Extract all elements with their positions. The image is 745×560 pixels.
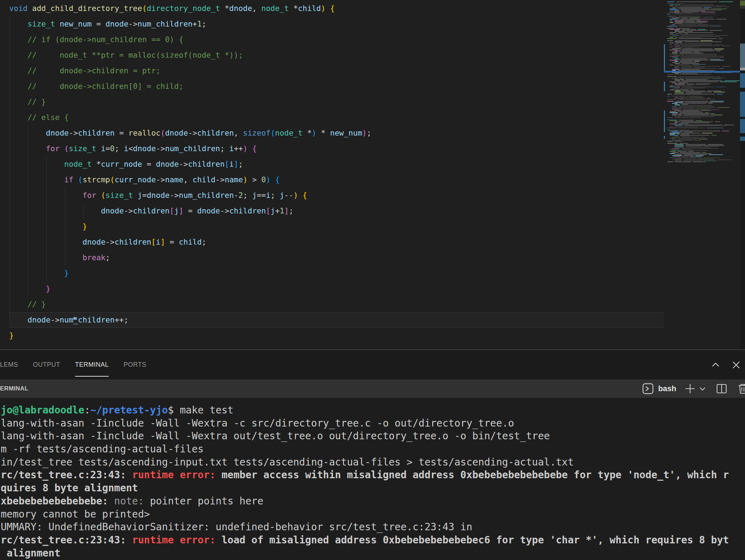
tab-ports[interactable]: PORTS	[116, 350, 154, 379]
code-line[interactable]: // node_t **ptr = malloc(sizeof(node_t *…	[0, 47, 664, 63]
ruler-decoration	[740, 6, 745, 9]
vscode-window: void add_child_directory_tree(directory_…	[0, 0, 745, 560]
code-area[interactable]: void add_child_directory_tree(directory_…	[0, 1, 664, 343]
launch-profile-chevron-icon[interactable]	[699, 385, 706, 392]
minimap-change-bar	[664, 136, 665, 139]
terminal-line: m -rf tests/ascending-actual-files	[1, 443, 745, 456]
code-line[interactable]: // }	[0, 94, 664, 110]
ruler-decoration	[740, 119, 745, 133]
minimap-change-bar	[664, 110, 665, 132]
code-line[interactable]: // else {	[0, 110, 664, 125]
maximize-panel-icon[interactable]	[711, 360, 720, 370]
terminal-panel-title: ERMINAL	[0, 385, 28, 392]
terminal-line: jo@labradoodle:~/pretest-yjo$ make test	[1, 404, 745, 417]
code-line[interactable]: void add_child_directory_tree(directory_…	[0, 1, 664, 16]
ruler-decoration	[740, 68, 745, 70]
code-line[interactable]: size_t new_num = dnode->num_children+1;	[0, 16, 664, 32]
code-line[interactable]: break;	[0, 250, 664, 265]
terminal-icon	[642, 383, 654, 394]
code-line[interactable]: // if (dnode->num_children == 0) {	[0, 32, 664, 47]
close-panel-icon[interactable]	[732, 360, 741, 370]
code-line[interactable]: for (size_t j=dnode->num_children-2; j==…	[0, 188, 664, 203]
terminal-line: lang-with-asan -Iinclude -Wall -Wextra o…	[1, 430, 745, 443]
code-line[interactable]: // dnode->children[0] = child;	[0, 79, 664, 94]
ruler-decoration	[740, 137, 745, 141]
minimap[interactable]	[664, 0, 740, 212]
terminal-line: memory cannot be printed>	[1, 508, 745, 521]
ruler-decoration	[740, 92, 745, 117]
panel-tab-bar: LEMS OUTPUT TERMINAL PORTS	[0, 350, 745, 379]
minimap-current-line	[664, 71, 740, 73]
terminal-title-bar: ERMINAL bash	[0, 379, 745, 398]
code-line[interactable]: dnode->children = realloc(dnode->childre…	[0, 125, 664, 141]
code-line[interactable]: }	[0, 219, 664, 234]
overview-ruler-scrollbar[interactable]	[740, 0, 745, 349]
terminal-line: alignment	[1, 547, 745, 560]
code-line[interactable]: dnode->children[i] = child;	[0, 234, 664, 250]
shell-name-label: bash	[658, 384, 676, 393]
code-editor[interactable]: void add_child_directory_tree(directory_…	[0, 0, 745, 349]
kill-terminal-trash-icon[interactable]	[737, 383, 745, 395]
terminal-output[interactable]: jo@labradoodle:~/pretest-yjo$ make testl…	[0, 398, 745, 560]
code-line[interactable]: }	[0, 265, 664, 281]
tab-terminal[interactable]: TERMINAL	[68, 350, 116, 379]
text-cursor	[73, 317, 77, 320]
tab-output[interactable]: OUTPUT	[25, 350, 68, 379]
minimap-change-bar	[664, 82, 665, 91]
terminal-line: rc/test_tree.c:23:43: runtime error: loa…	[1, 534, 745, 547]
code-line[interactable]: if (strcmp(curr_node->name, child->name)…	[0, 172, 664, 188]
split-terminal-icon[interactable]	[716, 383, 727, 394]
terminal-line: lang-with-asan -Iinclude -Wall -Wextra -…	[1, 417, 745, 430]
new-terminal-icon[interactable]	[684, 383, 696, 395]
code-line[interactable]: }	[0, 328, 664, 343]
code-line[interactable]: node_t *curr_node = dnode->children[i];	[0, 156, 664, 172]
ruler-decoration	[740, 1, 745, 6]
code-line[interactable]: // }	[0, 297, 664, 312]
code-line[interactable]: for (size_t i=0; i<dnode->num_children; …	[0, 141, 664, 156]
code-line[interactable]: }	[0, 281, 664, 297]
code-line[interactable]: dnode->num_children++;	[0, 312, 664, 328]
terminal-shell-badge[interactable]: bash	[642, 383, 676, 394]
tab-problems[interactable]: LEMS	[0, 350, 25, 379]
minimap-change-bar	[664, 44, 665, 73]
code-line[interactable]: dnode->children[j] = dnode->children[j+1…	[0, 203, 664, 219]
code-line[interactable]: // dnode->children = ptr;	[0, 63, 664, 79]
terminal-line: in/test_tree tests/ascending-input.txt t…	[1, 456, 745, 469]
bottom-panel: LEMS OUTPUT TERMINAL PORTS ERMINAL	[0, 349, 745, 560]
terminal-line: quires 8 byte alignment	[1, 482, 745, 495]
terminal-line: UMMARY: UndefinedBehaviorSanitizer: unde…	[1, 521, 745, 534]
ruler-decoration	[740, 44, 745, 68]
ruler-decoration	[740, 73, 745, 88]
terminal-line: rc/test_tree.c:23:43: runtime error: mem…	[1, 469, 745, 482]
terminal-line: xbebebebebebebebe: note: pointer points …	[1, 495, 745, 508]
